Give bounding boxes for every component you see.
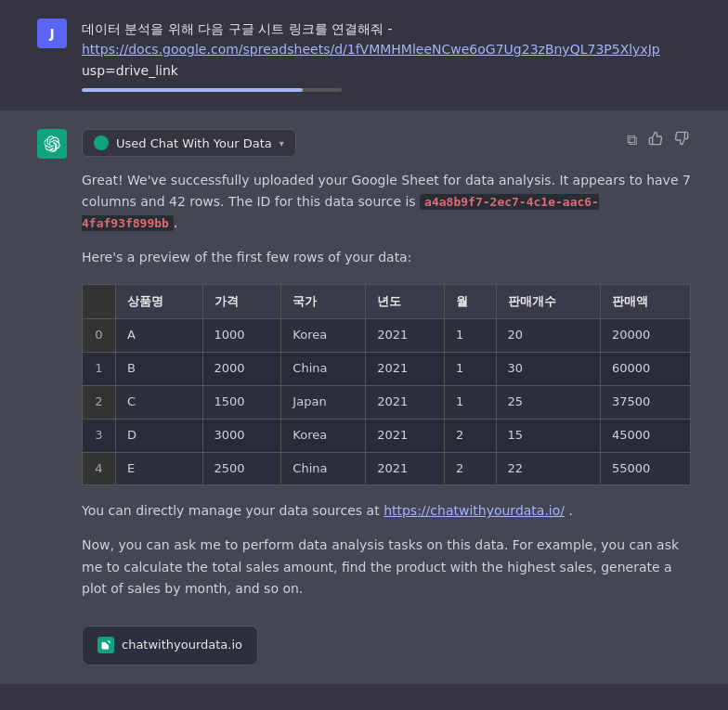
- source-card-label: chatwithyourdata.io: [122, 636, 242, 655]
- table-cell: 3000: [202, 419, 281, 452]
- progress-bar-fill: [82, 88, 303, 92]
- tool-pill[interactable]: Used Chat With Your Data ▾: [82, 129, 296, 157]
- table-cell: Korea: [281, 319, 366, 353]
- table-col-index: [83, 284, 116, 319]
- user-link[interactable]: https://docs.google.com/spreadsheets/d/1…: [82, 42, 660, 57]
- table-col-year: 년도: [366, 284, 445, 319]
- copy-icon[interactable]: ⧉: [625, 129, 639, 151]
- table-cell: 2021: [366, 353, 445, 386]
- table-cell: 2021: [366, 385, 445, 419]
- paragraph3: You can directly manage your data source…: [82, 500, 691, 522]
- table-cell: A: [116, 319, 203, 353]
- table-cell: 1500: [202, 385, 281, 419]
- table-cell: 55000: [601, 452, 691, 485]
- tool-pill-icon: [94, 136, 109, 150]
- progress-bar-container: [82, 88, 342, 92]
- assistant-message: Used Chat With Your Data ▾ ⧉: [0, 110, 728, 683]
- table-header-row: 상품명 가격 국가 년도 월 판매개수 판매액: [83, 284, 691, 319]
- table-cell: 1: [445, 353, 497, 386]
- table-cell: 60000: [601, 353, 691, 386]
- openai-logo-icon: [44, 136, 60, 152]
- table-col-price: 가격: [202, 284, 281, 319]
- table-cell: Korea: [281, 419, 366, 452]
- table-cell: 30: [496, 353, 600, 386]
- table-cell: 20000: [601, 319, 691, 353]
- table-cell: 2021: [366, 419, 445, 452]
- table-row: 1B2000China202113060000: [83, 353, 691, 386]
- user-text-line3: usp=drive_link: [82, 60, 691, 81]
- table-cell: 4: [83, 452, 116, 485]
- table-row: 4E2500China202122255000: [83, 452, 691, 485]
- data-table: 상품명 가격 국가 년도 월 판매개수 판매액 0A1000Korea20211…: [82, 284, 691, 486]
- table-cell: 45000: [601, 419, 691, 452]
- user-message-content: 데이터 분석을 위해 다음 구글 시트 링크를 연결해줘 - https://d…: [82, 19, 691, 92]
- user-text-line2: https://docs.google.com/spreadsheets/d/1…: [82, 39, 691, 59]
- chatwithyourdata-link[interactable]: https://chatwithyourdata.io/: [384, 503, 565, 518]
- message-actions: ⧉: [625, 129, 691, 151]
- table-col-sales-amount: 판매액: [601, 284, 691, 319]
- table-row: 0A1000Korea202112020000: [83, 319, 691, 353]
- table-cell: 2021: [366, 319, 445, 353]
- source-card-icon: [98, 637, 114, 653]
- table-cell: D: [116, 419, 203, 452]
- data-table-wrapper: 상품명 가격 국가 년도 월 판매개수 판매액 0A1000Korea20211…: [82, 284, 691, 486]
- table-cell: 20: [496, 319, 600, 353]
- user-avatar: J: [37, 19, 67, 48]
- assistant-avatar: [37, 129, 67, 159]
- paragraph1-text: Great! We've successfully uploaded your …: [82, 173, 691, 209]
- paragraph3-before: You can directly manage your data source…: [82, 503, 380, 518]
- external-link-icon: [100, 639, 111, 651]
- table-cell: 2000: [202, 353, 281, 386]
- thumbs-down-icon[interactable]: [672, 129, 691, 151]
- table-cell: 37500: [601, 385, 691, 419]
- table-col-country: 국가: [281, 284, 366, 319]
- user-text-line1: 데이터 분석을 위해 다음 구글 시트 링크를 연결해줘 -: [82, 19, 691, 39]
- paragraph2: Here's a preview of the first few rows o…: [82, 247, 691, 268]
- table-header: 상품명 가격 국가 년도 월 판매개수 판매액: [83, 284, 691, 319]
- table-cell: 2021: [366, 452, 445, 485]
- table-cell: 2: [83, 385, 116, 419]
- table-row: 2C1500Japan202112537500: [83, 385, 691, 419]
- table-cell: 25: [496, 385, 600, 419]
- table-cell: 2: [445, 452, 497, 485]
- table-body: 0A1000Korea2021120200001B2000China202113…: [83, 319, 691, 485]
- table-cell: Japan: [281, 385, 366, 419]
- chevron-down-icon: ▾: [280, 138, 284, 148]
- paragraph3-after: .: [569, 503, 573, 518]
- table-cell: 2: [445, 419, 497, 452]
- paragraph1: Great! We've successfully uploaded your …: [82, 170, 691, 234]
- table-cell: 3: [83, 419, 116, 452]
- table-cell: 15: [496, 419, 600, 452]
- table-cell: 2500: [202, 452, 281, 485]
- tool-pill-label: Used Chat With Your Data: [116, 136, 272, 150]
- thumbs-up-icon[interactable]: [646, 129, 665, 151]
- table-cell: E: [116, 452, 203, 485]
- table-cell: 1: [445, 319, 497, 353]
- table-cell: B: [116, 353, 203, 386]
- table-cell: China: [281, 452, 366, 485]
- table-cell: 1000: [202, 319, 281, 353]
- table-cell: China: [281, 353, 366, 386]
- table-cell: 0: [83, 319, 116, 353]
- table-cell: C: [116, 385, 203, 419]
- table-col-product: 상품명: [116, 284, 203, 319]
- chat-container: J 데이터 분석을 위해 다음 구글 시트 링크를 연결해줘 - https:/…: [0, 0, 728, 684]
- paragraph4: Now, you can ask me to perform data anal…: [82, 535, 691, 599]
- table-cell: 1: [445, 385, 497, 419]
- table-cell: 22: [496, 452, 600, 485]
- table-col-sales-count: 판매개수: [496, 284, 600, 319]
- user-message: J 데이터 분석을 위해 다음 구글 시트 링크를 연결해줘 - https:/…: [0, 0, 728, 110]
- top-row: Used Chat With Your Data ▾ ⧉: [82, 129, 691, 170]
- assistant-inner: Used Chat With Your Data ▾ ⧉: [82, 129, 691, 665]
- table-col-month: 월: [445, 284, 497, 319]
- assistant-message-content: Great! We've successfully uploaded your …: [82, 170, 691, 665]
- table-cell: 1: [83, 353, 116, 386]
- table-row: 3D3000Korea202121545000: [83, 419, 691, 452]
- source-card[interactable]: chatwithyourdata.io: [82, 626, 258, 665]
